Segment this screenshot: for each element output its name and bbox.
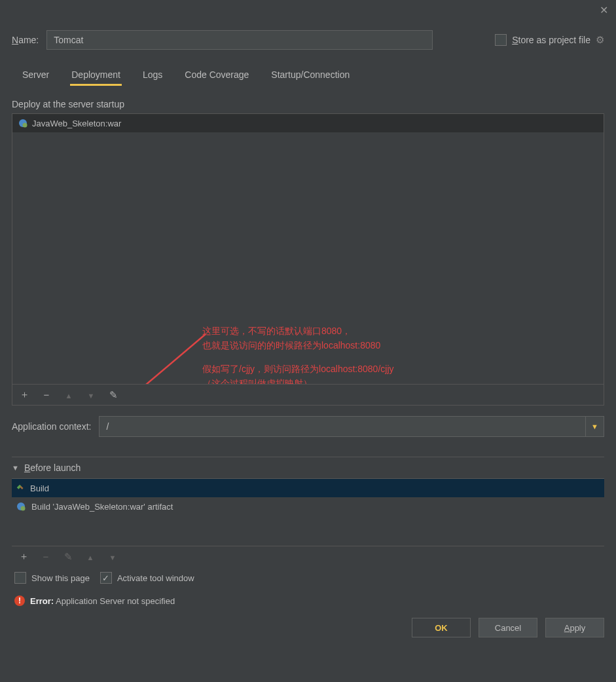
tab-code-coverage[interactable]: Code Coverage	[183, 66, 250, 86]
tabs: Server Deployment Logs Code Coverage Sta…	[12, 66, 604, 86]
before-launch-header[interactable]: ▼ Before launch	[12, 457, 604, 478]
tab-deployment[interactable]: Deployment	[70, 66, 122, 86]
activate-tool-window-checkbox[interactable]	[100, 572, 112, 584]
before-launch-item-label: Build	[30, 483, 49, 493]
show-this-page-label: Show this page	[31, 573, 90, 583]
svg-point-5	[21, 506, 26, 511]
svg-line-2	[116, 334, 206, 384]
disclosure-icon: ▼	[12, 464, 19, 472]
store-as-project-checkbox[interactable]	[495, 34, 507, 46]
annotation-text: 这里可选，不写的话默认端口8080， 也就是说访问的的时候路径为localhos…	[202, 324, 394, 384]
error-row: ! Error: Application Server not specifie…	[12, 589, 604, 606]
bl-edit-button[interactable]	[63, 551, 73, 563]
name-label: Name:	[12, 35, 39, 45]
artifact-icon	[18, 118, 28, 128]
activate-tool-window-label: Activate tool window	[117, 573, 194, 583]
deploy-item[interactable]: JavaWeb_Skeleton:war	[12, 114, 604, 132]
ok-button[interactable]: OK	[412, 618, 471, 637]
before-launch-item-artifact[interactable]: Build 'JavaWeb_Skeleton:war' artifact	[12, 497, 604, 516]
tab-startup-connection[interactable]: Startup/Connection	[270, 66, 351, 86]
deploy-section-label: Deploy at the server startup	[12, 99, 604, 109]
add-button[interactable]: ＋	[19, 388, 29, 401]
deploy-item-label: JavaWeb_Skeleton:war	[32, 119, 121, 128]
before-launch-item-build[interactable]: Build	[12, 479, 604, 497]
application-context-input[interactable]	[100, 421, 585, 432]
remove-button[interactable]: −	[41, 389, 52, 400]
move-down-button[interactable]	[86, 389, 96, 400]
cancel-button[interactable]: Cancel	[479, 618, 537, 637]
edit-button[interactable]	[108, 389, 118, 401]
application-context-label: Application context:	[12, 421, 91, 432]
artifact-icon	[16, 501, 26, 512]
svg-point-1	[23, 123, 27, 128]
tab-logs[interactable]: Logs	[141, 66, 164, 86]
bl-remove-button[interactable]: −	[41, 551, 51, 562]
show-this-page-checkbox[interactable]	[14, 572, 26, 584]
move-up-button[interactable]	[63, 389, 74, 400]
bl-add-button[interactable]: ＋	[18, 550, 29, 563]
store-as-project-label: Store as project file	[512, 35, 590, 45]
error-prefix: Error:	[30, 596, 54, 606]
bl-move-up-button[interactable]	[85, 551, 96, 562]
error-message: Application Server not specified	[56, 596, 175, 606]
hammer-icon	[16, 483, 25, 494]
tab-server[interactable]: Server	[21, 66, 50, 86]
before-launch-list: Build Build 'JavaWeb_Skeleton:war' artif…	[12, 478, 604, 567]
apply-button[interactable]: Apply	[545, 618, 604, 637]
application-context-combo[interactable]: ▼	[99, 416, 604, 437]
deploy-list: JavaWeb_Skeleton:war 这里可选，不写的话默认端口8080， …	[12, 113, 604, 406]
error-icon: !	[14, 596, 25, 606]
dropdown-icon[interactable]: ▼	[585, 417, 604, 436]
close-icon[interactable]: ✕	[600, 4, 608, 16]
before-launch-item-label: Build 'JavaWeb_Skeleton:war' artifact	[31, 502, 173, 512]
gear-icon[interactable]: ⚙	[596, 34, 604, 46]
annotation-arrow	[104, 330, 215, 384]
bl-move-down-button[interactable]	[107, 551, 118, 562]
name-input[interactable]	[46, 30, 433, 50]
